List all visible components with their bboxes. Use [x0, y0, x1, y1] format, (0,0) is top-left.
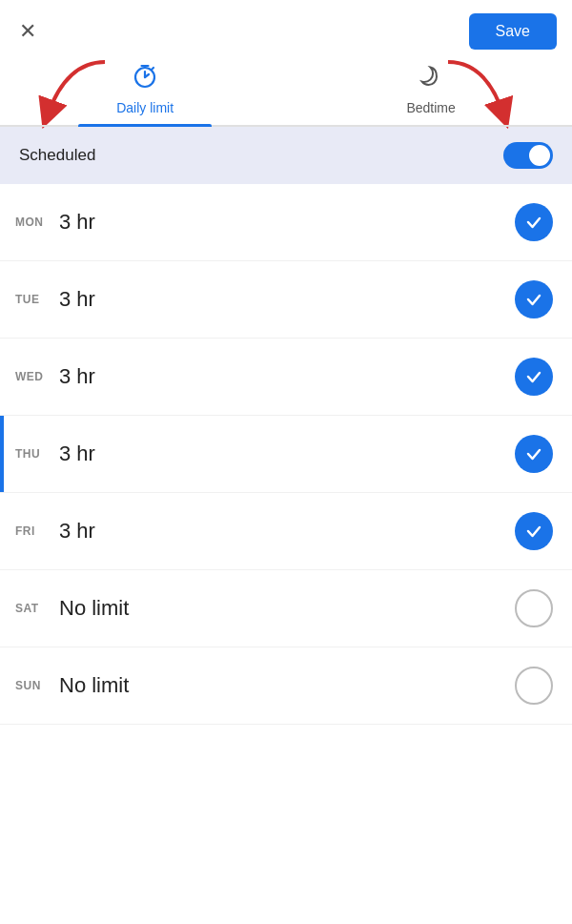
- tab-daily-limit[interactable]: Daily limit: [78, 61, 212, 125]
- day-check-filled[interactable]: [515, 358, 553, 396]
- day-row: FRI3 hr: [0, 493, 572, 570]
- day-abbr: WED: [15, 370, 59, 383]
- day-check-empty[interactable]: [515, 589, 553, 627]
- day-abbr: FRI: [15, 524, 59, 538]
- day-abbr: SAT: [15, 602, 59, 615]
- header: ✕ Save: [0, 0, 572, 50]
- day-check-filled[interactable]: [515, 512, 553, 550]
- scheduled-toggle[interactable]: [503, 142, 553, 169]
- scheduled-label: Scheduled: [19, 146, 95, 165]
- tab-bedtime-label: Bedtime: [406, 100, 455, 115]
- day-limit: 3 hr: [59, 210, 515, 235]
- timer-icon: [131, 61, 159, 96]
- day-limit: 3 hr: [59, 519, 515, 544]
- close-button[interactable]: ✕: [15, 17, 40, 46]
- day-row: WED3 hr: [0, 339, 572, 416]
- day-limit: 3 hr: [59, 441, 515, 466]
- tab-bar: Daily limit Bedtime: [0, 50, 572, 127]
- day-check-empty[interactable]: [515, 667, 553, 705]
- day-check-filled[interactable]: [515, 203, 553, 241]
- day-row: SATNo limit: [0, 570, 572, 647]
- day-abbr: TUE: [15, 293, 59, 306]
- day-row: MON3 hr: [0, 184, 572, 261]
- scheduled-row: Scheduled: [0, 127, 572, 184]
- day-row: TUE3 hr: [0, 261, 572, 339]
- day-list: MON3 hr TUE3 hr WED3 hr THU3 hr FRI3 hr …: [0, 184, 572, 725]
- moon-icon: [418, 63, 444, 96]
- save-button[interactable]: Save: [469, 13, 557, 50]
- day-check-filled[interactable]: [515, 435, 553, 473]
- day-limit: No limit: [59, 673, 515, 698]
- day-check-filled[interactable]: [515, 280, 553, 318]
- day-limit: 3 hr: [59, 287, 515, 312]
- tab-bedtime[interactable]: Bedtime: [368, 63, 493, 125]
- day-row: THU3 hr: [0, 416, 572, 493]
- day-abbr: SUN: [15, 679, 59, 692]
- toggle-slider: [503, 142, 553, 169]
- day-abbr: THU: [15, 447, 59, 461]
- day-limit: 3 hr: [59, 364, 515, 389]
- tab-daily-limit-label: Daily limit: [116, 100, 174, 115]
- day-limit: No limit: [59, 596, 515, 621]
- day-row: SUNNo limit: [0, 647, 572, 725]
- day-abbr: MON: [15, 216, 59, 229]
